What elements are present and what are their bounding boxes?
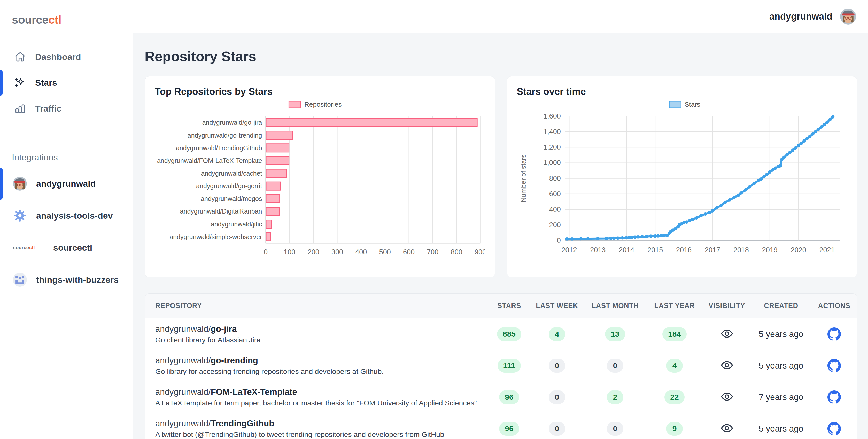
column-header-last-week: LAST WEEK	[530, 302, 584, 310]
topbar-username[interactable]: andygrunwald	[769, 11, 832, 22]
svg-text:Stars: Stars	[685, 100, 700, 108]
table-row: andygrunwald/FOM-LaTeX-TemplateA LaTeX t…	[145, 381, 857, 413]
repository-description: A twitter bot (@TrendingGithub) to tweet…	[155, 431, 489, 439]
last-month-cell: 0	[584, 422, 646, 436]
line-chart-title: Stars over time	[517, 86, 847, 97]
repository-cell[interactable]: andygrunwald/FOM-LaTeX-TemplateA LaTeX t…	[155, 387, 489, 407]
github-icon[interactable]	[828, 422, 841, 435]
eye-icon	[721, 422, 733, 435]
sparkles-icon	[14, 77, 26, 88]
table-body: andygrunwald/go-jiraGo client library fo…	[145, 318, 857, 439]
svg-text:andygrunwald/go-trending: andygrunwald/go-trending	[188, 132, 262, 139]
repository-name: andygrunwald/TrendingGithub	[155, 418, 489, 429]
last-year-cell: 22	[646, 390, 703, 404]
svg-text:1,600: 1,600	[543, 112, 561, 120]
brand-logo[interactable]: sourcectl	[0, 0, 133, 26]
repository-description: A LaTeX template for term paper, bachelo…	[155, 399, 489, 407]
svg-text:1,400: 1,400	[543, 128, 561, 135]
svg-text:100: 100	[284, 248, 295, 256]
svg-text:2021: 2021	[819, 246, 835, 254]
stars-over-time-card: Stars over time Stars02004006008001,0001…	[507, 76, 858, 277]
table-row: andygrunwald/TrendingGithubA twitter bot…	[145, 413, 857, 439]
bar-chart-title: Top Repositories by Stars	[155, 86, 485, 97]
created-text: 5 years ago	[759, 361, 803, 371]
svg-text:0: 0	[557, 237, 561, 244]
svg-text:200: 200	[549, 221, 561, 229]
integrations-list: andygrunwald analysis-tools-dev sourcect…	[0, 167, 133, 296]
svg-text:900: 900	[474, 248, 485, 256]
integration-andygrunwald[interactable]: andygrunwald	[0, 167, 133, 199]
gear-icon	[13, 209, 27, 223]
count-badge: 9	[666, 422, 683, 436]
column-header-created: CREATED	[751, 302, 811, 310]
svg-text:700: 700	[427, 248, 438, 256]
last-week-cell: 0	[530, 359, 584, 373]
last-month-cell: 0	[584, 359, 646, 373]
svg-text:andygrunwald/FOM-LaTeX-Templat: andygrunwald/FOM-LaTeX-Template	[157, 157, 262, 164]
table-header: REPOSITORY STARS LAST WEEK LAST MONTH LA…	[145, 293, 857, 318]
count-badge: 2	[607, 390, 623, 404]
actions-cell	[811, 359, 857, 372]
svg-text:2012: 2012	[561, 246, 577, 254]
actions-cell	[811, 390, 857, 404]
sidebar-item-label: Traffic	[35, 103, 61, 114]
created-cell: 5 years ago	[751, 424, 811, 434]
integration-things-with-buzzers[interactable]: things-with-buzzers	[0, 264, 133, 296]
count-badge: 13	[605, 327, 625, 341]
svg-text:200: 200	[308, 248, 319, 256]
svg-text:andygrunwald/simple-webserver: andygrunwald/simple-webserver	[169, 233, 262, 241]
github-icon[interactable]	[828, 327, 841, 341]
visibility-cell	[703, 359, 751, 372]
repository-cell[interactable]: andygrunwald/go-trendingGo library for a…	[155, 355, 489, 376]
created-text: 5 years ago	[759, 329, 803, 339]
github-icon[interactable]	[828, 390, 841, 404]
svg-text:Number of stars: Number of stars	[519, 154, 527, 202]
svg-text:andygrunwald/megos: andygrunwald/megos	[201, 195, 262, 202]
topbar-avatar[interactable]	[840, 8, 856, 25]
sidebar: sourcectl Dashboard Stars Traffic	[0, 0, 133, 439]
svg-text:800: 800	[549, 175, 561, 182]
integration-analysis-tools-dev[interactable]: analysis-tools-dev	[0, 199, 133, 232]
eye-icon	[721, 327, 733, 341]
count-badge: 22	[664, 390, 684, 404]
active-indicator	[0, 167, 3, 199]
svg-text:800: 800	[451, 248, 462, 256]
line-chart: Stars02004006008001,0001,2001,4001,60020…	[517, 100, 847, 267]
repository-cell[interactable]: andygrunwald/go-jiraGo client library fo…	[155, 324, 489, 344]
sidebar-item-label: Dashboard	[35, 52, 81, 62]
integration-label: things-with-buzzers	[36, 275, 119, 285]
sourcectl-logo: sourcectl	[13, 241, 44, 255]
user-avatar	[13, 177, 27, 191]
repository-name: andygrunwald/FOM-LaTeX-Template	[155, 387, 489, 397]
svg-text:andygrunwald/DigitalKanban: andygrunwald/DigitalKanban	[180, 208, 262, 215]
svg-text:400: 400	[549, 206, 561, 213]
svg-text:300: 300	[332, 248, 343, 256]
brand-logo-primary: source	[12, 13, 48, 26]
svg-text:1,200: 1,200	[543, 143, 561, 151]
bar-chart-icon	[14, 103, 26, 114]
topbar: andygrunwald	[133, 0, 868, 33]
count-badge: 0	[549, 359, 565, 373]
svg-text:2018: 2018	[733, 246, 749, 254]
count-badge: 4	[666, 359, 683, 373]
column-header-actions: ACTIONS	[811, 302, 857, 310]
count-badge: 0	[549, 422, 565, 436]
main-column: andygrunwald Repository Stars Top Reposi…	[133, 0, 868, 439]
sidebar-item-traffic[interactable]: Traffic	[0, 96, 133, 121]
integration-sourcectl[interactable]: sourcectl sourcectl	[0, 232, 133, 264]
count-badge: 0	[607, 422, 623, 436]
sidebar-item-dashboard[interactable]: Dashboard	[0, 44, 133, 70]
last-month-cell: 13	[584, 327, 646, 341]
sidebar-nav: Dashboard Stars Traffic	[0, 44, 133, 121]
repository-cell[interactable]: andygrunwald/TrendingGithubA twitter bot…	[155, 418, 489, 439]
count-badge: 111	[498, 359, 521, 373]
repository-description: Go client library for Atlassian Jira	[155, 336, 489, 344]
svg-text:2016: 2016	[676, 246, 691, 254]
svg-text:0: 0	[264, 248, 268, 256]
app-root: sourcectl Dashboard Stars Traffic	[0, 0, 868, 439]
repository-name: andygrunwald/go-jira	[155, 324, 489, 334]
svg-text:andygrunwald/TrendingGithub: andygrunwald/TrendingGithub	[176, 144, 262, 152]
repository-name: andygrunwald/go-trending	[155, 355, 489, 366]
github-icon[interactable]	[828, 359, 841, 372]
sidebar-item-stars[interactable]: Stars	[0, 70, 133, 96]
